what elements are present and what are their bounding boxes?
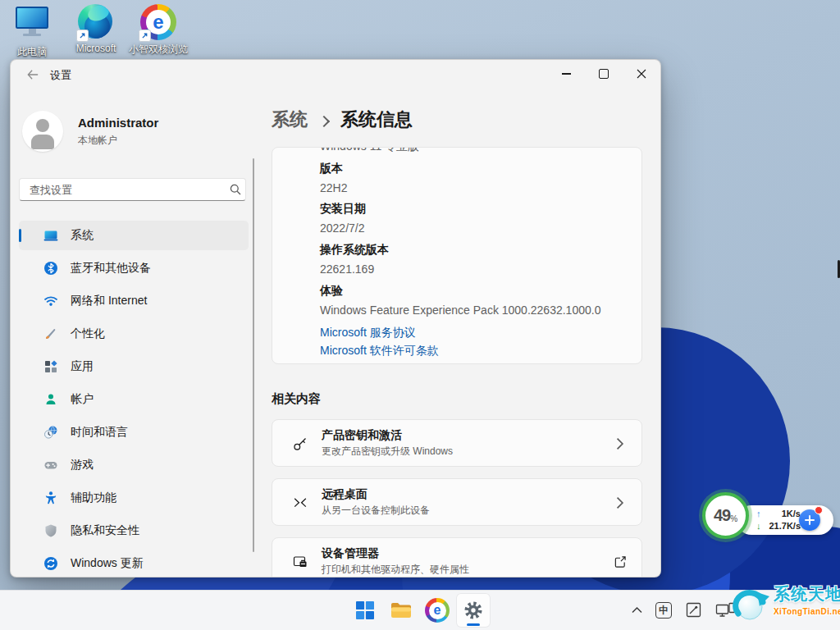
page-title: 系统信息 xyxy=(340,107,413,132)
upload-value: 1K/s xyxy=(782,509,801,518)
desktop-icon-dual-core-browser[interactable]: e 小智双核浏览 xyxy=(130,4,187,57)
settings-sidebar: 系统 蓝牙和其他设备 网络和 Internet xyxy=(19,221,249,578)
sidebar-item-bluetooth-devices[interactable]: 蓝牙和其他设备 xyxy=(19,253,249,283)
upload-arrow-icon: ↑ xyxy=(756,509,761,518)
remote-desktop-row[interactable]: 远程桌面 从另一台设备控制此设备 xyxy=(272,478,642,526)
upload-speed: ↑ 1K/s xyxy=(756,509,801,518)
windows-spec-card: Windows 11 专业版 版本 22H2 安装日期 2022/7/2 操作系… xyxy=(272,147,642,364)
desktop-icon-this-pc[interactable]: 此电脑 xyxy=(3,7,61,59)
sidebar-item-network-internet[interactable]: 网络和 Internet xyxy=(19,286,249,316)
breadcrumb-parent[interactable]: 系统 xyxy=(272,107,308,132)
back-button[interactable] xyxy=(24,66,42,83)
shortcut-arrow-icon xyxy=(139,30,151,42)
windows-start-icon xyxy=(356,601,374,619)
sidebar-item-label: 网络和 Internet xyxy=(71,294,147,308)
sidebar-item-label: 时间和语言 xyxy=(71,425,128,440)
accounts-icon xyxy=(43,392,58,407)
minimize-button[interactable] xyxy=(547,60,585,88)
file-explorer-button[interactable] xyxy=(385,594,418,627)
network-speed-pill[interactable]: ↑ 1K/s ↓ 21.7K/s xyxy=(737,505,833,535)
desktop-icon-label: Microsoft xyxy=(76,43,116,54)
user-avatar[interactable] xyxy=(22,111,63,152)
pen-touch-icon[interactable] xyxy=(686,602,701,618)
active-app-indicator xyxy=(467,623,480,626)
accessibility-icon xyxy=(43,491,58,505)
this-pc-icon xyxy=(16,7,48,43)
microsoft-software-license-link[interactable]: Microsoft 软件许可条款 xyxy=(320,344,439,358)
usage-percent-sign: % xyxy=(730,514,737,523)
spec-label: 操作系统版本 xyxy=(320,243,389,258)
sidebar-item-accounts[interactable]: 帐户 xyxy=(19,385,249,414)
sidebar-item-label: 隐私和安全性 xyxy=(71,523,139,538)
device-manager-icon xyxy=(292,554,308,570)
gaming-icon xyxy=(43,458,58,472)
sidebar-item-accessibility[interactable]: 辅助功能 xyxy=(19,483,249,513)
desktop-icon-label: 小智双核浏览 xyxy=(129,43,188,57)
usage-percent: 49 xyxy=(714,506,730,525)
spec-label: 体验 xyxy=(320,284,343,299)
spec-value: 2022/7/2 xyxy=(320,221,365,235)
sidebar-item-label: 系统 xyxy=(71,228,94,243)
spec-label: 安装日期 xyxy=(320,202,366,217)
microsoft-services-agreement-link[interactable]: Microsoft 服务协议 xyxy=(320,326,416,340)
sidebar-item-label: Windows 更新 xyxy=(71,556,144,571)
time-language-icon xyxy=(43,425,58,440)
user-name: Administrator xyxy=(78,116,158,130)
close-icon xyxy=(637,69,646,79)
related-content-heading: 相关内容 xyxy=(272,391,321,407)
cpu-usage-ring[interactable]: 49 % xyxy=(702,492,749,539)
personalization-icon xyxy=(43,326,58,341)
related-item-title: 远程桌面 xyxy=(322,487,368,502)
notification-dot xyxy=(815,506,823,514)
desktop-icon-microsoft-edge[interactable]: Microsoft xyxy=(67,4,125,54)
browser-button[interactable]: e xyxy=(421,594,454,627)
windows-update-icon xyxy=(43,556,58,571)
taskbar-overflow-chevron[interactable] xyxy=(630,604,644,615)
download-arrow-icon: ↓ xyxy=(756,521,761,531)
minimize-icon xyxy=(562,73,571,75)
taskbar: e xyxy=(0,590,840,630)
ime-indicator[interactable]: 中 xyxy=(655,602,672,619)
network-icon xyxy=(43,294,58,308)
privacy-icon xyxy=(43,523,58,538)
settings-window: 设置 Administrator 本地帐户 系统 xyxy=(10,59,661,578)
sidebar-item-label: 应用 xyxy=(71,359,94,374)
watermark-title: 系统天地 xyxy=(774,584,840,604)
window-title: 设置 xyxy=(50,68,71,83)
sidebar-item-label: 蓝牙和其他设备 xyxy=(71,261,151,276)
desktop-icon-label: 此电脑 xyxy=(17,45,47,59)
shortcut-arrow-icon xyxy=(76,30,89,42)
close-button[interactable] xyxy=(623,60,660,88)
maximize-icon xyxy=(599,69,609,79)
start-button[interactable] xyxy=(349,594,381,627)
gear-icon xyxy=(463,600,483,620)
apps-icon xyxy=(43,359,58,374)
chevron-right-icon xyxy=(614,496,627,509)
device-manager-row[interactable]: 设备管理器 打印机和其他驱动程序、硬件属性 xyxy=(272,537,642,578)
windows-edition-clipped: Windows 11 专业版 xyxy=(320,147,419,154)
sidebar-item-system[interactable]: 系统 xyxy=(19,221,249,250)
sidebar-item-label: 个性化 xyxy=(71,326,105,341)
related-item-subtitle: 打印机和其他驱动程序、硬件属性 xyxy=(322,563,469,577)
spec-value: 22621.169 xyxy=(320,262,374,276)
search-icon xyxy=(229,183,242,196)
download-speed: ↓ 21.7K/s xyxy=(756,521,801,531)
spec-value: Windows Feature Experience Pack 1000.226… xyxy=(320,304,600,317)
desktop-screen: 此电脑 Microsoft e 小智双核浏览 设置 xyxy=(0,0,840,630)
breadcrumb-chevron-icon xyxy=(318,115,330,126)
settings-taskbar-button[interactable] xyxy=(457,594,490,627)
sidebar-item-personalization[interactable]: 个性化 xyxy=(19,319,249,349)
product-key-activation-row[interactable]: 产品密钥和激活 更改产品密钥或升级 Windows xyxy=(272,419,642,467)
system-icon xyxy=(43,228,58,243)
sidebar-item-time-language[interactable]: 时间和语言 xyxy=(19,418,249,447)
sidebar-scrollbar[interactable] xyxy=(253,158,254,552)
xitongtiandi-watermark: 系统天地 XiTongTianDi.net xyxy=(732,584,840,625)
sidebar-item-gaming[interactable]: 游戏 xyxy=(19,450,249,480)
search-input[interactable] xyxy=(19,178,246,201)
sidebar-item-windows-update[interactable]: Windows 更新 xyxy=(19,549,249,578)
sidebar-item-label: 游戏 xyxy=(71,458,94,472)
sidebar-item-privacy-security[interactable]: 隐私和安全性 xyxy=(19,516,249,546)
maximize-button[interactable] xyxy=(585,60,623,88)
sidebar-item-apps[interactable]: 应用 xyxy=(19,352,249,381)
watermark-site: XiTongTianDi.net xyxy=(774,607,840,616)
